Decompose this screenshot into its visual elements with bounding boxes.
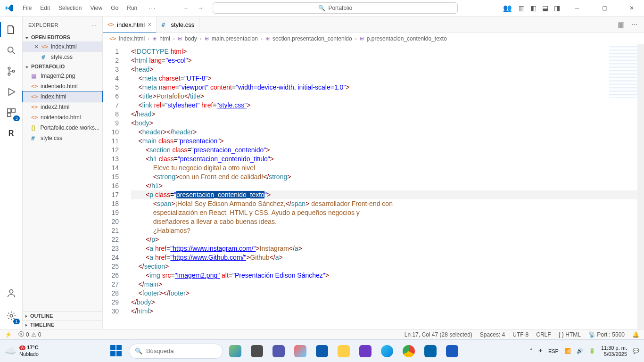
- file-workspace[interactable]: {}Portafolio.code-works...: [23, 123, 102, 133]
- editor-more-icon[interactable]: ···: [631, 20, 637, 29]
- file-stylecss[interactable]: #style.css: [23, 133, 102, 143]
- indentation[interactable]: Spaces: 4: [480, 331, 505, 338]
- problems[interactable]: ⓧ0 ⚠0: [18, 330, 41, 338]
- bc-section[interactable]: section.presentacion_contenido: [272, 35, 352, 42]
- taskbar-weather[interactable]: ☁️ 8 17°CNublado: [5, 345, 39, 357]
- window-minimize-icon[interactable]: ─: [567, 0, 587, 16]
- encoding[interactable]: UTF-8: [512, 331, 528, 338]
- cursor-position[interactable]: Ln 17, Col 47 (28 selected): [405, 331, 472, 338]
- menu-run[interactable]: Run: [123, 3, 141, 13]
- taskbar-copilot[interactable]: [291, 342, 310, 361]
- activity-extensions-icon[interactable]: 3: [0, 102, 23, 123]
- tray-battery-icon[interactable]: 🔋: [589, 348, 595, 354]
- sidebar-header: EXPLORER ···: [23, 16, 102, 33]
- open-editor-style[interactable]: #style.css: [23, 52, 102, 62]
- bc-html[interactable]: html: [159, 35, 170, 42]
- taskbar-store[interactable]: [313, 342, 331, 361]
- layout-sidebar-right-icon[interactable]: ◨: [554, 4, 560, 12]
- taskbar-app-2[interactable]: [356, 342, 375, 361]
- command-center[interactable]: 🔍 Portafolio: [213, 2, 458, 14]
- scrollbar-vertical[interactable]: [637, 44, 644, 329]
- close-icon[interactable]: ✕: [34, 43, 39, 50]
- open-editors-header[interactable]: OPEN EDITORS: [23, 33, 102, 41]
- svg-point-1: [8, 67, 10, 69]
- bc-p[interactable]: p.presentacion_contenido_texto: [367, 35, 447, 42]
- menu-view[interactable]: View: [86, 3, 106, 13]
- live-server-port[interactable]: 📡 Port : 5500: [588, 331, 625, 338]
- layout-panel-icon[interactable]: ⬓: [542, 4, 548, 12]
- remote-icon[interactable]: ⚡: [5, 331, 12, 338]
- activity-scm-icon[interactable]: [0, 61, 23, 82]
- eol[interactable]: CRLF: [536, 331, 551, 338]
- open-editor-index[interactable]: ✕<>index.html: [23, 41, 102, 52]
- activity-account-icon[interactable]: [0, 283, 23, 304]
- tray-clock[interactable]: 11:30 p. m.5/03/2025: [601, 345, 627, 357]
- breadcrumb[interactable]: <>index.html ›⊞html ›⊞body ›⊞main.presen…: [103, 33, 644, 44]
- taskbar-word[interactable]: [443, 342, 462, 361]
- minimap[interactable]: [609, 46, 637, 98]
- tray-overflow-icon[interactable]: ˄: [530, 348, 533, 354]
- tray-volume-icon[interactable]: 🔊: [577, 348, 583, 354]
- json-file-icon: {}: [31, 124, 38, 131]
- taskbar-teams[interactable]: [269, 342, 288, 361]
- layout-custom-icon[interactable]: ▥: [519, 4, 525, 12]
- code-editor[interactable]: 1234567891011121314151617181920212223242…: [103, 44, 644, 329]
- close-icon[interactable]: ×: [148, 21, 151, 28]
- taskbar-chrome[interactable]: [399, 342, 418, 361]
- window-close-icon[interactable]: ✕: [621, 0, 642, 16]
- bc-main[interactable]: main.presentacion: [212, 35, 258, 42]
- tray-notifications-icon[interactable]: 💬: [633, 348, 639, 354]
- nav-back-icon[interactable]: ←: [183, 5, 189, 11]
- language-mode[interactable]: { } HTML: [559, 331, 581, 338]
- activity-explorer-icon[interactable]: [0, 19, 23, 40]
- start-button[interactable]: [107, 342, 126, 361]
- svg-rect-4: [7, 109, 10, 112]
- sidebar-actions-icon[interactable]: ···: [91, 22, 97, 28]
- file-index2[interactable]: <>index2.html: [23, 102, 102, 112]
- tray-wifi-icon[interactable]: 📶: [564, 348, 571, 354]
- taskbar-vscode[interactable]: [421, 342, 440, 361]
- taskbar-app-1[interactable]: [226, 342, 245, 361]
- svg-point-8: [10, 314, 13, 317]
- windows-taskbar: ☁️ 8 17°CNublado 🔍Búsqueda ˄ ✈ ESP 📶 🔊 🔋…: [0, 339, 644, 362]
- activity-r-icon[interactable]: R: [0, 123, 23, 144]
- bc-body[interactable]: body: [185, 35, 197, 42]
- notifications-icon[interactable]: 🔔: [632, 331, 639, 338]
- svg-rect-6: [7, 113, 10, 116]
- timeline-header[interactable]: TIMELINE: [23, 320, 102, 329]
- taskbar-search[interactable]: 🔍Búsqueda: [129, 344, 223, 359]
- line-gutter: 1234567891011121314151617181920212223242…: [103, 44, 126, 329]
- code-content[interactable]: <!DOCTYPE html><html lang="es-col"><head…: [126, 44, 644, 329]
- menu-go[interactable]: Go: [107, 3, 122, 13]
- layout-sidebar-left-icon[interactable]: ◧: [530, 4, 537, 12]
- activity-debug-icon[interactable]: [0, 82, 23, 102]
- tray-language[interactable]: ESP: [548, 348, 559, 354]
- layout-icons: ▥ ◧ ⬓ ◨: [519, 4, 560, 12]
- file-imagem2[interactable]: ▦Imagem2.png: [23, 71, 102, 81]
- menu-more-icon[interactable]: ···: [145, 3, 160, 13]
- tab-style[interactable]: #style.css: [157, 16, 199, 33]
- file-index[interactable]: <>index.html: [23, 91, 102, 102]
- bc-file[interactable]: index.html: [119, 35, 145, 42]
- menu-edit[interactable]: Edit: [36, 3, 54, 13]
- file-indentado[interactable]: <>indentado.html: [23, 81, 102, 91]
- activity-search-icon[interactable]: [0, 40, 23, 61]
- image-file-icon: ▦: [31, 73, 38, 79]
- folder-header[interactable]: PORTAFOLIO: [23, 62, 102, 71]
- nav-fwd-icon[interactable]: →: [198, 5, 203, 11]
- outline-header[interactable]: OUTLINE: [23, 311, 102, 320]
- taskbar-edge[interactable]: [378, 342, 396, 361]
- window-maximize-icon[interactable]: ▢: [594, 0, 615, 16]
- split-editor-icon[interactable]: ▥: [618, 20, 625, 29]
- menu-selection[interactable]: Selection: [55, 3, 85, 13]
- copilot-icon[interactable]: 👥: [503, 4, 512, 12]
- menu-file[interactable]: File: [19, 3, 35, 13]
- file-noidentado[interactable]: <>noidentado.html: [23, 112, 102, 123]
- svg-point-3: [12, 70, 15, 73]
- tray-location-icon[interactable]: ✈: [538, 348, 543, 354]
- activity-settings-icon[interactable]: 1: [0, 305, 23, 326]
- tab-index[interactable]: <>index.html×: [103, 16, 157, 33]
- tag-icon: ⊞: [265, 35, 270, 41]
- taskbar-fileexplorer[interactable]: [334, 342, 353, 361]
- taskbar-taskview[interactable]: [248, 342, 266, 361]
